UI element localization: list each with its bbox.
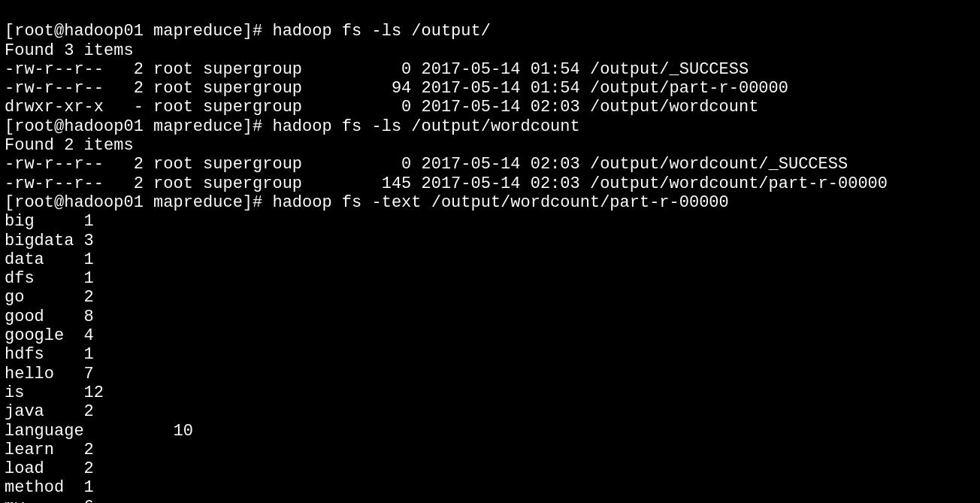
terminal-line: -rw-r--r-- 2 root supergroup 145 2017-05… xyxy=(5,174,975,193)
terminal-line: good 8 xyxy=(5,308,975,326)
terminal-line: hdfs 1 xyxy=(5,345,975,364)
terminal-line: -rw-r--r-- 2 root supergroup 94 2017-05-… xyxy=(5,79,975,98)
terminal-line: bigdata 3 xyxy=(5,232,975,250)
terminal-line: learn 2 xyxy=(5,441,975,459)
terminal-line: is 12 xyxy=(5,383,975,402)
terminal-line: Found 2 items xyxy=(5,136,975,155)
terminal-line: method 1 xyxy=(5,478,975,497)
terminal-window: [root@hadoop01 mapreduce]# hadoop fs -ls… xyxy=(5,3,975,500)
terminal-line: google 4 xyxy=(5,326,975,345)
terminal-line: -rw-r--r-- 2 root supergroup 0 2017-05-1… xyxy=(5,60,975,79)
terminal-line: hello 7 xyxy=(5,365,975,383)
terminal-line: -rw-r--r-- 2 root supergroup 0 2017-05-1… xyxy=(5,155,975,174)
terminal-line: data 1 xyxy=(5,250,975,269)
terminal-line: language 10 xyxy=(5,422,975,441)
terminal-line: drwxr-xr-x - root supergroup 0 2017-05-1… xyxy=(5,98,975,117)
terminal-line: big 1 xyxy=(5,212,975,231)
terminal-line: java 2 xyxy=(5,402,975,421)
terminal-line: dfs 1 xyxy=(5,269,975,288)
terminal-line: [root@hadoop01 mapreduce]# hadoop fs -ls… xyxy=(5,117,975,136)
terminal-line: my 6 xyxy=(5,498,975,503)
terminal-line: go 2 xyxy=(5,288,975,307)
terminal-line: Found 3 items xyxy=(5,41,975,60)
terminal-line: [root@hadoop01 mapreduce]# hadoop fs -te… xyxy=(5,193,975,212)
terminal-line: [root@hadoop01 mapreduce]# hadoop fs -ls… xyxy=(5,22,975,41)
terminal-line: load 2 xyxy=(5,459,975,478)
